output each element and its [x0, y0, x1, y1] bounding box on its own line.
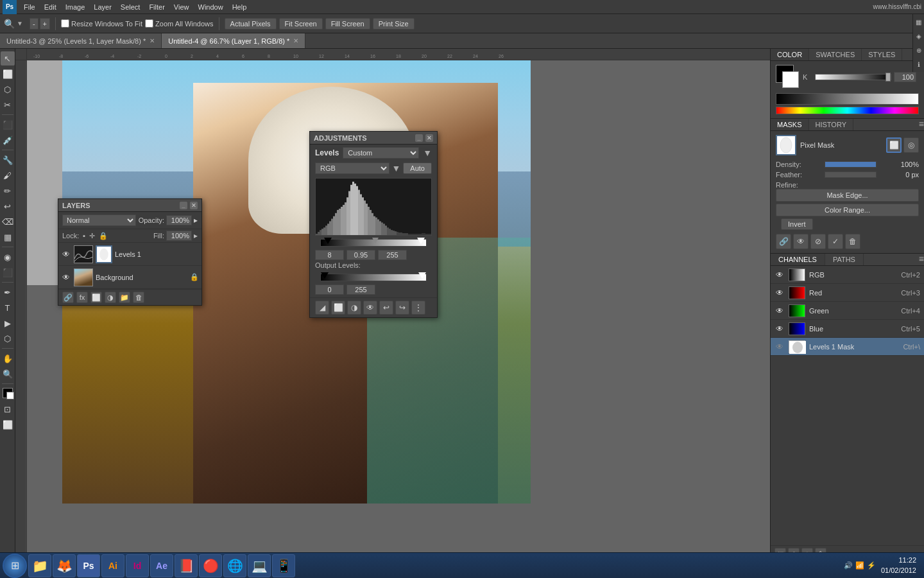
fit-screen-btn[interactable]: Fit Screen	[279, 18, 323, 30]
adj-options[interactable]: ⋮	[411, 301, 425, 315]
tab-channels[interactable]: CHANNELS	[771, 254, 825, 265]
channel-item-red[interactable]: 👁 Red Ctrl+3	[771, 284, 924, 302]
hand-tool[interactable]: ✋	[1, 351, 15, 365]
taskbar-app-photoshop[interactable]: Ps	[77, 554, 100, 577]
quick-select-tool[interactable]: ✂	[1, 98, 15, 112]
color-picker-area[interactable]	[776, 65, 800, 89]
invert-btn[interactable]: Invert	[781, 218, 813, 230]
adj-visibility[interactable]: 👁	[363, 301, 377, 315]
menu-filter[interactable]: Filter	[144, 2, 169, 12]
layers-panel-header[interactable]: LAYERS _ ✕	[58, 199, 201, 212]
layer-item-levels1[interactable]: 👁	[58, 243, 201, 266]
tab-untitled4[interactable]: Untitled-4 @ 66.7% (Layer 1, RGB/8) * ✕	[162, 33, 305, 48]
background-color-swatch[interactable]	[782, 71, 799, 88]
highlight-input[interactable]	[378, 250, 407, 260]
add-adjustment-btn[interactable]: ◑	[105, 292, 116, 303]
tab-masks[interactable]: MASKS	[771, 119, 809, 130]
color-range-btn[interactable]: Color Range...	[776, 204, 919, 216]
mini-bridge-icon[interactable]: ▦	[913, 16, 925, 28]
taskbar-app-illustrator[interactable]: Ai	[101, 554, 124, 577]
menu-edit[interactable]: Edit	[40, 2, 61, 12]
opacity-input[interactable]	[166, 215, 192, 225]
mask-delete-btn[interactable]: 🗑	[845, 234, 860, 249]
channel-item-blue[interactable]: 👁 Blue Ctrl+5	[771, 320, 924, 338]
taskbar-app-acrobat2[interactable]: 🔴	[199, 554, 222, 577]
pixel-mask-thumb[interactable]	[776, 135, 796, 155]
channel-eye-red[interactable]: 👁	[774, 288, 785, 298]
output-highlight-handle[interactable]	[418, 272, 426, 279]
taskbar-app-browser[interactable]: 🦊	[53, 554, 76, 577]
gradient-tool[interactable]: ▦	[1, 230, 15, 244]
k-slider-track[interactable]	[815, 74, 891, 80]
healing-tool[interactable]: 🔧	[1, 153, 15, 167]
shadow-slider-handle[interactable]	[324, 238, 332, 244]
lock-position-icon[interactable]: ✛	[89, 232, 95, 240]
lasso-tool[interactable]: ⬡	[1, 82, 15, 96]
layer-blend-mode[interactable]: Normal	[62, 215, 136, 226]
add-mask-btn[interactable]: ⬜	[90, 292, 102, 303]
menu-layer[interactable]: Layer	[89, 2, 116, 12]
fill-input[interactable]	[166, 231, 192, 241]
dodge-tool[interactable]: ⬛	[1, 265, 15, 279]
masks-panel-menu[interactable]: ≡	[919, 119, 924, 130]
zoom-out-btn[interactable]: -	[30, 18, 38, 30]
channel-item-mask[interactable]: 👁 Levels 1 Mask Ctrl+\	[771, 338, 924, 356]
k-slider-handle[interactable]	[886, 73, 891, 82]
tab-close-untitled3[interactable]: ✕	[150, 37, 155, 44]
input-sliders[interactable]	[315, 238, 432, 247]
channel-eye-mask[interactable]: 👁	[774, 342, 785, 352]
adj-preset-select[interactable]: Custom	[343, 147, 419, 159]
menu-view[interactable]: View	[169, 2, 194, 12]
taskbar-app-extra1[interactable]: 💻	[248, 554, 271, 577]
3d-icon[interactable]: ◈	[913, 30, 925, 42]
adj-close[interactable]: ✕	[425, 134, 433, 142]
menu-image[interactable]: Image	[61, 2, 90, 12]
resize-windows-checkbox[interactable]: Resize Windows To Fit	[61, 19, 142, 28]
quick-mask-btn[interactable]: ⊡	[1, 402, 15, 416]
screen-mode-btn[interactable]: ⬜	[1, 417, 15, 432]
channel-eye-green[interactable]: 👁	[774, 306, 785, 316]
midtone-input[interactable]	[346, 250, 375, 260]
midtone-slider-handle[interactable]	[372, 238, 379, 243]
highlight-slider-handle[interactable]	[417, 238, 425, 244]
tab-styles[interactable]: STYLES	[862, 49, 902, 60]
density-slider[interactable]	[825, 161, 877, 168]
output-shadow-handle[interactable]	[321, 272, 329, 279]
adj-sample-highlight[interactable]: ◑	[347, 301, 361, 315]
path-select-tool[interactable]: ▶	[1, 316, 15, 330]
eraser-tool[interactable]: ⌫	[1, 215, 15, 229]
info-icon[interactable]: ℹ	[913, 58, 925, 70]
mask-type-pixel[interactable]: ⬜	[886, 137, 902, 153]
layer-eye-background[interactable]: 👁	[61, 272, 71, 283]
adj-minimize[interactable]: _	[415, 134, 423, 142]
adj-auto-btn[interactable]: Auto	[403, 162, 432, 174]
channel-eye-blue[interactable]: 👁	[774, 324, 785, 334]
crop-tool[interactable]: ⬛	[1, 118, 15, 132]
foreground-color[interactable]	[3, 388, 13, 398]
marquee-tool[interactable]: ⬜	[1, 67, 15, 81]
output-min-input[interactable]	[315, 285, 344, 295]
mask-apply-btn[interactable]: ✓	[828, 234, 843, 249]
adj-prev-state[interactable]: ↩	[379, 301, 393, 315]
measurements-icon[interactable]: ⊕	[913, 44, 925, 56]
taskbar-app-indesign[interactable]: Id	[126, 554, 149, 577]
output-max-input[interactable]	[346, 285, 375, 295]
mask-edge-btn[interactable]: Mask Edge...	[776, 189, 919, 202]
print-size-btn[interactable]: Print Size	[373, 18, 415, 30]
adj-sample-midtone[interactable]: ⬜	[331, 301, 345, 315]
output-sliders[interactable]	[315, 273, 432, 282]
channel-item-rgb[interactable]: 👁 RGB Ctrl+2	[771, 266, 924, 284]
history-brush-tool[interactable]: ↩	[1, 199, 15, 213]
tab-untitled3[interactable]: Untitled-3 @ 25% (Levels 1, Layer Mask/8…	[0, 33, 162, 48]
taskbar-app-files[interactable]: 📁	[28, 554, 51, 577]
layer-item-background[interactable]: 👁 Background 🔒	[58, 266, 201, 289]
layers-panel-close[interactable]: ✕	[190, 202, 198, 209]
shadow-input[interactable]	[315, 250, 344, 260]
channel-eye-rgb[interactable]: 👁	[774, 270, 785, 280]
background-color[interactable]	[6, 392, 14, 399]
menu-help[interactable]: Help	[228, 2, 252, 12]
channel-item-green[interactable]: 👁 Green Ctrl+4	[771, 302, 924, 320]
taskbar-app-chrome[interactable]: 🌐	[223, 554, 246, 577]
adj-next-state[interactable]: ↪	[395, 301, 409, 315]
mask-unlink-btn[interactable]: 🔗	[776, 234, 791, 249]
